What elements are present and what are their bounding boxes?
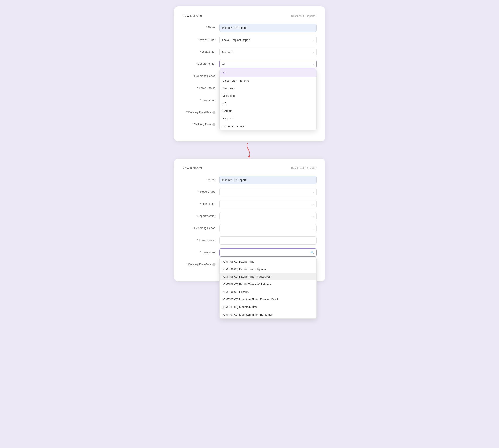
arrow-connector	[241, 141, 258, 159]
c2-report-type-select[interactable]	[219, 188, 317, 196]
c2-departments-label: * Department(s):	[183, 212, 219, 218]
delivery-date-label: * Delivery Date/Day i:	[183, 108, 219, 114]
departments-label: * Department(s):	[183, 60, 219, 66]
dept-option-sales[interactable]: Sales Team - Toronto	[219, 77, 316, 84]
dept-option-marketing[interactable]: Marketing	[219, 92, 316, 99]
dept-option-hr[interactable]: HR	[219, 99, 316, 107]
c2-reporting-period-row: * Reporting Period: ⌄	[183, 224, 317, 232]
c2-reporting-period-select[interactable]	[219, 224, 317, 232]
c2-departments-select-wrapper: ⌄	[219, 212, 317, 220]
card-1-title: NEW REPORT	[183, 14, 203, 17]
report-type-select[interactable]: Leave Request Report	[219, 36, 317, 44]
locations-label: * Location(s):	[183, 48, 219, 54]
card-1-header: NEW REPORT Dashboard / Reports /	[183, 14, 317, 17]
delivery-date-info-icon: i	[212, 111, 216, 114]
c2-locations-select[interactable]	[219, 200, 317, 208]
card-2-breadcrumb: Dashboard / Reports /	[291, 167, 316, 170]
c2-leave-status-row: * Leave Status: ⌄	[183, 236, 317, 245]
c2-timezone-dropdown: (GMT-08:00) Pacific Time (GMT-08:00) Pac…	[219, 257, 317, 319]
locations-select-wrapper: Montreal ⌄	[219, 48, 317, 56]
departments-dropdown: All Sales Team - Toronto Dev Team Market…	[219, 69, 317, 130]
c2-delivery-date-label: * Delivery Date/Day i:	[183, 261, 219, 266]
c2-locations-label: * Location(s):	[183, 200, 219, 206]
tz-mountain-edmonton[interactable]: (GMT-07:00) Mountain Time - Edmonton	[219, 311, 316, 318]
name-input[interactable]	[219, 24, 317, 32]
card-2-header: NEW REPORT Dashboard / Reports /	[183, 166, 317, 170]
c2-name-label: * Name:	[183, 176, 219, 182]
tz-pacific-vancouver[interactable]: (GMT-08:00) Pacific Time - Vancouver	[219, 273, 316, 280]
tz-mountain[interactable]: (GMT-07:00) Mountain Time	[219, 303, 316, 311]
c2-locations-select-wrapper: ⌄	[219, 200, 317, 208]
dept-option-customer[interactable]: Customer Service	[219, 122, 316, 130]
departments-select[interactable]: All	[219, 60, 317, 68]
card-2: NEW REPORT Dashboard / Reports / * Name:…	[174, 159, 325, 281]
report-type-select-wrapper: Leave Request Report ⌄	[219, 36, 317, 44]
c2-time-zone-wrapper: 🔍 (GMT-08:00) Pacific Time (GMT-08:00) P…	[219, 248, 317, 257]
c2-reporting-period-select-wrapper: ⌄	[219, 224, 317, 232]
arrow-icon	[241, 141, 258, 159]
c2-report-type-label: * Report Type:	[183, 188, 219, 194]
dept-option-dev[interactable]: Dev Team	[219, 84, 316, 92]
c2-departments-row: * Department(s): ⌄	[183, 212, 317, 220]
c2-name-row: * Name:	[183, 176, 317, 184]
c2-departments-select[interactable]	[219, 212, 317, 220]
locations-row: * Location(s): Montreal ⌄	[183, 48, 317, 56]
dept-option-gotham[interactable]: Gotham	[219, 107, 316, 115]
c2-name-input[interactable]	[219, 176, 317, 184]
name-row: * Name:	[183, 24, 317, 32]
c2-locations-row: * Location(s): ⌄	[183, 200, 317, 208]
name-label: * Name:	[183, 24, 219, 30]
dept-option-support[interactable]: Support	[219, 115, 316, 122]
tz-pacific[interactable]: (GMT-08:00) Pacific Time	[219, 258, 316, 265]
c2-delivery-date-info-icon: i	[212, 263, 216, 266]
card-2-title: NEW REPORT	[183, 166, 203, 170]
card-1-breadcrumb: Dashboard / Reports /	[291, 15, 316, 17]
departments-row: * Department(s): All ⌄ All Sales Team - …	[183, 60, 317, 68]
c2-time-zone-row: * Time Zone: 🔍 (GMT-08:00) Pacific Time …	[183, 248, 317, 257]
tz-pacific-tijuana[interactable]: (GMT-08:00) Pacific Time - Tijuana	[219, 265, 316, 273]
c2-reporting-period-label: * Reporting Period:	[183, 224, 219, 230]
dept-option-all[interactable]: All	[219, 69, 316, 77]
c2-time-zone-input[interactable]	[219, 248, 317, 257]
leave-status-label: * Leave Status:	[183, 84, 219, 90]
reporting-period-label: * Reporting Period:	[183, 72, 219, 78]
c2-report-type-select-wrapper: ⌄	[219, 188, 317, 196]
locations-select[interactable]: Montreal	[219, 48, 317, 56]
departments-select-wrapper: All ⌄ All Sales Team - Toronto Dev Team …	[219, 60, 317, 68]
c2-report-type-row: * Report Type: ⌄	[183, 188, 317, 196]
tz-pacific-whitehorse[interactable]: (GMT-08:00) Pacific Time - Whitehorse	[219, 280, 316, 288]
delivery-time-label: * Delivery Time i:	[183, 121, 219, 126]
tz-pitcairn[interactable]: (GMT-08:00) Pitcairn	[219, 288, 316, 296]
time-zone-label: * Time Zone:	[183, 96, 219, 102]
report-type-label: * Report Type:	[183, 36, 219, 42]
c2-time-zone-label: * Time Zone:	[183, 248, 219, 254]
c2-leave-status-select[interactable]	[219, 236, 317, 245]
c2-leave-status-select-wrapper: ⌄	[219, 236, 317, 245]
tz-mountain-dawson[interactable]: (GMT-07:00) Mountain Time - Dawson Creek	[219, 296, 316, 303]
c2-leave-status-label: * Leave Status:	[183, 236, 219, 242]
report-type-row: * Report Type: Leave Request Report ⌄	[183, 36, 317, 44]
card-1: NEW REPORT Dashboard / Reports / * Name:…	[174, 6, 325, 141]
delivery-time-info-icon: i	[212, 123, 216, 126]
